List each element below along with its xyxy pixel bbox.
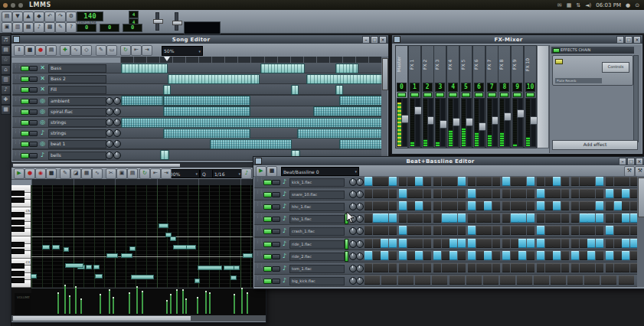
pattern-block[interactable] [335, 85, 343, 95]
pattern-block[interactable] [121, 96, 163, 106]
fx-channel-fader[interactable] [440, 98, 446, 147]
piano-black-key[interactable] [11, 227, 25, 232]
volume-knob[interactable] [106, 152, 113, 159]
pattern-block[interactable] [163, 106, 250, 116]
piano-black-key[interactable] [11, 271, 25, 276]
paste-button[interactable]: ▤ [127, 168, 138, 179]
midi-note[interactable] [93, 265, 100, 269]
fx-channel[interactable]: Master0 [395, 45, 408, 148]
step-cell[interactable] [381, 226, 388, 235]
pattern-block[interactable] [168, 74, 259, 84]
velocity-bar[interactable] [129, 292, 130, 314]
fx-channel-fader[interactable] [415, 98, 420, 147]
step-cell[interactable] [373, 214, 381, 223]
song-timeline[interactable] [120, 57, 381, 63]
step-cell[interactable] [606, 239, 613, 248]
midi-note[interactable] [64, 247, 69, 252]
step-cell[interactable] [614, 239, 622, 248]
track-name[interactable]: strings [48, 129, 106, 138]
velocity-bar[interactable] [64, 285, 66, 314]
pattern-block[interactable] [121, 118, 382, 128]
aux-lcd[interactable]: 0 [123, 24, 142, 32]
step-cell[interactable] [458, 177, 466, 186]
drag-handle-icon[interactable]: ⋮⋮ [256, 253, 259, 258]
minimize-icon[interactable]: – [619, 158, 626, 165]
project-notes-button[interactable]: ✎ [55, 22, 66, 33]
step-cell[interactable] [458, 214, 466, 223]
note-length-button[interactable]: ♪ [241, 168, 252, 179]
pan-knob[interactable] [356, 277, 364, 285]
play-button[interactable]: ▶ [256, 166, 266, 177]
record-accompany-button[interactable]: ◉ [35, 168, 46, 179]
step-cell[interactable] [561, 226, 569, 235]
step-cell[interactable] [551, 275, 566, 285]
volume-knob[interactable] [106, 140, 113, 148]
step-cell[interactable] [527, 214, 534, 223]
step-cell[interactable] [415, 263, 423, 272]
step-cell[interactable] [596, 239, 603, 248]
mail-icon[interactable]: ✉ [557, 2, 562, 8]
mute-led[interactable] [263, 217, 272, 222]
step-cell[interactable] [587, 177, 595, 186]
step-cell[interactable] [518, 263, 526, 272]
bb-track-name[interactable]: big_kick.flac [289, 277, 345, 285]
velocity-bar[interactable] [247, 292, 248, 314]
step-cell[interactable] [537, 177, 544, 186]
step-cell[interactable] [373, 263, 381, 272]
piano-black-key[interactable] [11, 212, 25, 217]
fx-channel[interactable]: FX 55 [459, 45, 472, 148]
show-controller-rack-button[interactable]: ▩ [44, 22, 55, 33]
velocity-bar[interactable] [75, 286, 77, 314]
bb-track-name[interactable]: snare_10.flac [289, 191, 345, 199]
step-cell[interactable] [442, 239, 449, 248]
step-cell[interactable] [545, 201, 553, 210]
drag-handle-icon[interactable]: ⋮⋮ [256, 240, 259, 246]
step-cell[interactable] [442, 263, 449, 272]
step-cell[interactable] [399, 263, 407, 272]
velocity-bar[interactable] [182, 289, 184, 314]
open-project-button[interactable]: ▼ [12, 11, 23, 22]
step-cell[interactable] [518, 177, 526, 186]
step-cell[interactable] [596, 263, 603, 272]
pattern-block[interactable] [160, 150, 169, 160]
solo-led[interactable] [29, 142, 38, 147]
step-cell[interactable] [398, 275, 414, 285]
step-cell[interactable] [449, 177, 457, 186]
swap-setup-button[interactable]: ⚒ [635, 166, 644, 177]
step-cell[interactable] [537, 201, 544, 210]
add-automation-track-button[interactable]: ◇ [81, 45, 92, 56]
track-name[interactable]: Bass 2 [48, 75, 106, 83]
step-cell[interactable] [534, 275, 549, 285]
fx-channel-fader[interactable] [428, 98, 433, 147]
step-cell[interactable] [614, 226, 622, 235]
volume-knob[interactable] [106, 108, 113, 116]
midi-note[interactable] [170, 236, 176, 241]
step-cell[interactable] [407, 251, 415, 260]
midi-note[interactable] [234, 266, 240, 270]
step-cell[interactable] [518, 239, 526, 248]
velocity-bar[interactable] [166, 300, 168, 314]
piano-black-key[interactable] [11, 278, 25, 283]
pattern-block[interactable] [163, 129, 250, 139]
close-icon[interactable]: × [379, 36, 387, 44]
step-cell[interactable] [476, 226, 484, 235]
step-cell[interactable] [571, 214, 579, 223]
step-cell[interactable] [415, 226, 423, 235]
fx-channel[interactable]: FX 33 [433, 45, 446, 148]
step-cell[interactable] [492, 226, 500, 235]
step-cell[interactable] [500, 275, 515, 285]
step-cell[interactable] [492, 201, 500, 210]
step-cell[interactable] [571, 189, 579, 198]
drag-handle-icon[interactable]: ⋮⋮ [256, 227, 259, 233]
step-cell[interactable] [580, 189, 587, 198]
step-cell[interactable] [527, 189, 534, 198]
record-button[interactable]: ● [35, 45, 46, 56]
step-cell[interactable] [476, 177, 484, 186]
step-cell[interactable] [423, 263, 431, 272]
add-bb-track-button[interactable]: ✚ [60, 45, 70, 56]
velocity-bar[interactable] [185, 298, 187, 314]
step-cell[interactable] [511, 263, 518, 272]
step-cell[interactable] [545, 251, 553, 260]
step-cell[interactable] [587, 214, 595, 223]
velocity-bar[interactable] [57, 292, 59, 314]
